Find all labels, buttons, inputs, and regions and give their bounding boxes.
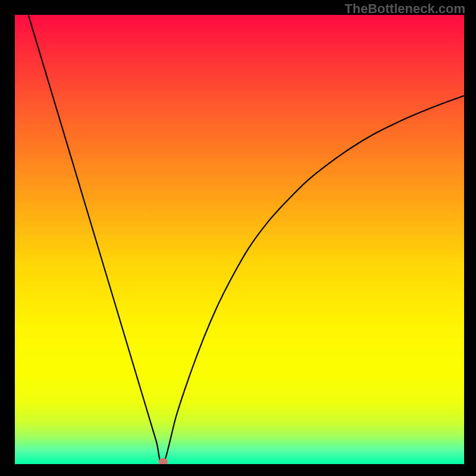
plot-area (15, 15, 464, 464)
chart-svg (15, 15, 464, 464)
chart-frame: TheBottleneck.com (0, 0, 476, 476)
watermark-text: TheBottleneck.com (345, 1, 465, 17)
gradient-background (15, 15, 464, 464)
